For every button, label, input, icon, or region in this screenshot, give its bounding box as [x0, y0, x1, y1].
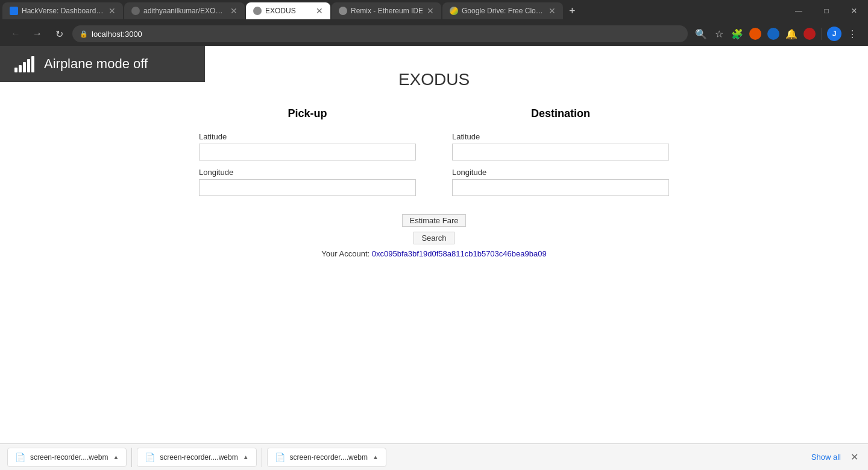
- destination-latitude-label: Latitude: [452, 132, 669, 141]
- reload-button[interactable]: ↻: [51, 25, 68, 42]
- tab-close-2[interactable]: ✕: [230, 7, 237, 15]
- ext-icon-1[interactable]: [747, 25, 764, 42]
- back-button[interactable]: ←: [7, 25, 24, 42]
- account-label: Your Account:: [321, 249, 370, 258]
- airplane-mode-text: Airplane mode off: [44, 56, 148, 72]
- download-divider-2: [262, 448, 262, 467]
- url-bar[interactable]: 🔒 localhost:3000: [72, 25, 688, 42]
- tab-close-5[interactable]: ✕: [549, 7, 556, 15]
- page-content: EXODUS Pick-up Latitude Longitude Destin…: [0, 46, 868, 446]
- pickup-longitude-group: Longitude: [199, 168, 416, 196]
- pickup-latitude-group: Latitude: [199, 132, 416, 160]
- notification-bell-icon[interactable]: 🔔: [783, 25, 800, 42]
- toolbar-icons: 🔍 ☆ 🧩 🔔 J ⋮: [693, 25, 861, 42]
- tab-favicon-3: [253, 7, 262, 15]
- app-title: EXODUS: [398, 70, 470, 89]
- pickup-section: Pick-up Latitude Longitude: [199, 107, 416, 196]
- tab-label-4: Remix - Ethereum IDE: [351, 7, 423, 15]
- tab-favicon-1: [10, 7, 18, 15]
- pickup-latitude-label: Latitude: [199, 132, 416, 141]
- tab-close-3[interactable]: ✕: [316, 7, 323, 15]
- tab-remix[interactable]: Remix - Ethereum IDE ✕: [332, 2, 441, 19]
- tab-favicon-4: [339, 7, 347, 15]
- airplane-notification: Airplane mode off: [0, 46, 205, 82]
- account-address: 0xc095bfa3bf19d0f58a811cb1b5703c46bea9ba…: [372, 249, 547, 258]
- download-item-name-3: screen-recorder....webm: [290, 453, 368, 462]
- minimize-button[interactable]: —: [785, 0, 813, 22]
- close-button[interactable]: ✕: [840, 0, 868, 22]
- forward-button[interactable]: →: [29, 25, 46, 42]
- show-all-button[interactable]: Show all: [807, 450, 846, 464]
- tab-close-4[interactable]: ✕: [427, 7, 434, 15]
- toolbar-divider: [822, 28, 822, 40]
- tab-label-2: adithyaanilkumar/EXODUS: A Blo: [143, 7, 227, 15]
- tab-favicon-2: [131, 7, 140, 15]
- destination-title: Destination: [452, 107, 669, 120]
- download-bar: 📄 screen-recorder....webm ▲ 📄 screen-rec…: [0, 443, 868, 470]
- tab-label-3: EXODUS: [265, 7, 312, 15]
- star-icon[interactable]: ☆: [711, 25, 728, 42]
- download-item-1[interactable]: 📄 screen-recorder....webm ▲: [7, 448, 127, 467]
- extensions-icon[interactable]: 🧩: [729, 25, 746, 42]
- destination-section: Destination Latitude Longitude: [452, 107, 669, 196]
- estimate-fare-button[interactable]: Estimate Fare: [402, 214, 467, 227]
- tab-label-5: Google Drive: Free Cloud Storag: [462, 7, 545, 15]
- destination-longitude-input[interactable]: [452, 179, 669, 196]
- destination-latitude-input[interactable]: [452, 144, 669, 160]
- download-item-3[interactable]: 📄 screen-recorder....webm ▲: [267, 448, 386, 467]
- destination-longitude-label: Longitude: [452, 168, 669, 177]
- tab-gdrive[interactable]: Google Drive: Free Cloud Storag ✕: [442, 2, 563, 19]
- ext-icon-3[interactable]: [801, 25, 818, 42]
- signal-icon: [14, 56, 34, 72]
- tab-bar: HackVerse: Dashboard | Devfolio ✕ adithy…: [0, 0, 868, 22]
- form-container: Pick-up Latitude Longitude Destination L…: [199, 107, 669, 196]
- tab-exodus[interactable]: EXODUS ✕: [246, 2, 330, 19]
- window-controls: — □ ✕: [785, 0, 868, 22]
- search-icon[interactable]: 🔍: [693, 25, 709, 42]
- address-bar: ← → ↻ 🔒 localhost:3000 🔍 ☆ 🧩 🔔 J: [0, 22, 868, 46]
- tab-hackverse[interactable]: HackVerse: Dashboard | Devfolio ✕: [2, 2, 123, 19]
- download-file-icon-1: 📄: [15, 453, 25, 462]
- close-download-bar-button[interactable]: ✕: [848, 449, 861, 465]
- pickup-latitude-input[interactable]: [199, 144, 416, 160]
- download-item-name-2: screen-recorder....webm: [160, 453, 237, 462]
- maximize-button[interactable]: □: [813, 0, 840, 22]
- download-item-arrow-1[interactable]: ▲: [113, 454, 119, 460]
- destination-latitude-group: Latitude: [452, 132, 669, 160]
- account-info: Your Account: 0xc095bfa3bf19d0f58a811cb1…: [321, 249, 546, 258]
- tab-exodus-github[interactable]: adithyaanilkumar/EXODUS: A Blo ✕: [124, 2, 245, 19]
- menu-icon[interactable]: ⋮: [844, 25, 861, 42]
- download-item-name-1: screen-recorder....webm: [30, 453, 108, 462]
- download-item-2[interactable]: 📄 screen-recorder....webm ▲: [137, 448, 256, 467]
- pickup-title: Pick-up: [199, 107, 416, 120]
- profile-avatar: J: [827, 27, 841, 41]
- download-divider-1: [131, 448, 132, 467]
- download-file-icon-2: 📄: [145, 453, 155, 462]
- tab-close-1[interactable]: ✕: [108, 7, 116, 15]
- search-button[interactable]: Search: [414, 232, 454, 244]
- profile-icon[interactable]: J: [826, 25, 843, 42]
- download-item-arrow-3[interactable]: ▲: [373, 454, 379, 460]
- download-file-icon-3: 📄: [275, 453, 285, 462]
- pickup-longitude-input[interactable]: [199, 179, 416, 196]
- pickup-longitude-label: Longitude: [199, 168, 416, 177]
- new-tab-button[interactable]: +: [564, 5, 580, 16]
- action-buttons: Estimate Fare Search: [402, 214, 467, 244]
- lock-icon: 🔒: [80, 30, 88, 38]
- ext-icon-2[interactable]: [765, 25, 782, 42]
- tab-favicon-5: [450, 7, 458, 15]
- destination-longitude-group: Longitude: [452, 168, 669, 196]
- download-item-arrow-2[interactable]: ▲: [243, 454, 249, 460]
- tab-label-1: HackVerse: Dashboard | Devfolio: [22, 7, 105, 15]
- url-text: localhost:3000: [92, 30, 681, 39]
